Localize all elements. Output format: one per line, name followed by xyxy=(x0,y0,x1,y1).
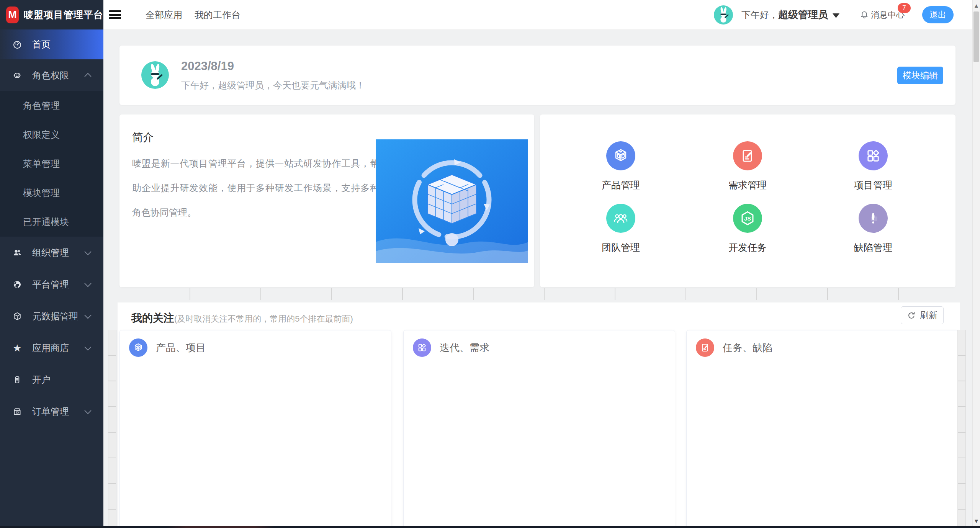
platform-icon xyxy=(12,280,22,289)
metadata-icon xyxy=(12,311,22,321)
refresh-icon xyxy=(907,311,916,320)
page-scrollbar[interactable]: ▲ ▼ xyxy=(972,0,980,528)
chevron-down-icon xyxy=(84,248,91,255)
sidebar-item-account-open[interactable]: 开户 xyxy=(0,364,103,396)
tab-my-workbench[interactable]: 我的工作台 xyxy=(195,0,241,29)
follow-card-circle xyxy=(129,338,147,357)
scroll-up-icon[interactable]: ▲ xyxy=(973,2,980,9)
modules-card: 产品管理 需求管理 项目管理 团队管理 开发任务 缺陷管理 xyxy=(540,114,955,287)
chevron-up-icon xyxy=(84,73,91,80)
sidebar-item-orders[interactable]: 订单管理 xyxy=(0,396,103,427)
message-count-badge: 7 xyxy=(898,3,911,13)
rabbit-avatar-icon xyxy=(141,61,169,89)
sidebar-item-home[interactable]: 首页 xyxy=(0,29,103,59)
follow-card-product-project: 产品、项目 xyxy=(119,330,391,528)
app-title: 唛盟项目管理平台 xyxy=(24,8,103,21)
welcome-text: 2023/8/19 下午好，超级管理员，今天也要元气满满哦！ xyxy=(181,59,365,92)
chevron-down-icon xyxy=(84,407,91,414)
logo-mark-icon: M xyxy=(6,7,19,23)
requirement-doc-icon xyxy=(700,342,710,353)
sidebar: M 唛盟项目管理平台 首页 角色权限 角色管理 权限定义 菜单管理 模块管理 已… xyxy=(0,0,103,528)
tab-all-apps[interactable]: 全部应用 xyxy=(146,0,182,29)
sidebar-subitem-menu-management[interactable]: 菜单管理 xyxy=(0,149,103,178)
follow-hint: (及时取消关注不常用的，常用的5个排在最前面) xyxy=(174,314,353,324)
follow-card-header[interactable]: 迭代、需求 xyxy=(404,330,675,365)
app-window: M 唛盟项目管理平台 首页 角色权限 角色管理 权限定义 菜单管理 模块管理 已… xyxy=(0,0,980,528)
follow-title-row: 我的关注(及时取消关注不常用的，常用的5个排在最前面) xyxy=(131,311,353,325)
scrollbar-thumb[interactable] xyxy=(973,11,979,62)
intro-card: 简介 唛盟是新一代项目管理平台，提供一站式研发协作工具，帮助企业提升研发效能，使… xyxy=(119,114,534,287)
project-blocks-icon xyxy=(417,342,427,353)
sidebar-item-app-store[interactable]: ★ 应用商店 xyxy=(0,332,103,364)
role-icon xyxy=(12,70,22,80)
module-team[interactable]: 团队管理 xyxy=(579,204,663,254)
welcome-message: 下午好，超级管理员，今天也要元气满满哦！ xyxy=(181,79,365,92)
follow-card-circle xyxy=(413,338,431,357)
my-follow-panel: 我的关注(及时取消关注不常用的，常用的5个排在最前面) 刷新 产品、项目 迭代、… xyxy=(118,302,960,526)
product-cube-icon xyxy=(133,342,144,353)
user-avatar[interactable] xyxy=(714,5,733,25)
sidebar-subitem-module-management[interactable]: 模块管理 xyxy=(0,178,103,208)
role-permission-submenu: 角色管理 权限定义 菜单管理 模块管理 已开通模块 xyxy=(0,91,103,237)
sidebar-item-platform[interactable]: 平台管理 xyxy=(0,268,103,300)
dashboard-icon xyxy=(12,39,22,49)
intro-title: 简介 xyxy=(132,130,154,145)
intro-illustration xyxy=(376,139,528,265)
sidebar-subitem-permission-definition[interactable]: 权限定义 xyxy=(0,120,103,149)
requirement-doc-icon xyxy=(739,147,756,164)
follow-card-task-defect: 任务、缺陷 xyxy=(686,330,959,528)
chevron-down-icon xyxy=(84,343,91,350)
product-cube-icon xyxy=(612,147,629,164)
team-people-icon xyxy=(612,210,629,227)
chevron-down-icon xyxy=(84,312,91,319)
window-bottom-edge xyxy=(0,526,980,528)
dropdown-caret-icon xyxy=(833,13,839,18)
sidebar-item-role-permission[interactable]: 角色权限 xyxy=(0,59,103,91)
defect-exclamation-icon xyxy=(865,210,882,227)
module-edit-button[interactable]: 模块编辑 xyxy=(897,67,943,84)
scroll-down-icon[interactable]: ▼ xyxy=(973,518,980,524)
welcome-date: 2023/8/19 xyxy=(181,59,365,73)
logout-button[interactable]: 退出 xyxy=(922,6,954,23)
module-circle xyxy=(606,204,635,233)
app-store-icon: ★ xyxy=(12,343,22,353)
sidebar-item-metadata[interactable]: 元数据管理 xyxy=(0,300,103,332)
app-logo: M 唛盟项目管理平台 xyxy=(0,0,103,29)
project-blocks-icon xyxy=(865,147,882,164)
rabbit-avatar-icon xyxy=(714,5,733,25)
top-bar: 全部应用 我的工作台 下午好，超级管理员 消息中心 7 退出 xyxy=(103,0,973,30)
module-defect[interactable]: 缺陷管理 xyxy=(831,204,915,254)
username: 超级管理员 xyxy=(778,9,828,20)
module-circle xyxy=(733,204,762,233)
sidebar-subitem-role-management[interactable]: 角色管理 xyxy=(0,91,103,120)
welcome-card: 2023/8/19 下午好，超级管理员，今天也要元气满满哦！ 模块编辑 xyxy=(119,46,955,105)
order-icon xyxy=(12,407,22,417)
user-greeting[interactable]: 下午好，超级管理员 xyxy=(741,8,839,21)
grid-ruler-right xyxy=(957,330,966,526)
follow-card-circle xyxy=(696,338,714,357)
module-circle xyxy=(733,141,762,170)
bell-icon xyxy=(859,10,869,20)
sidebar-nav: 首页 角色权限 角色管理 权限定义 菜单管理 模块管理 已开通模块 组织管理 xyxy=(0,29,103,427)
module-circle xyxy=(859,141,888,170)
message-center-button[interactable]: 消息中心 7 xyxy=(859,9,905,21)
module-product[interactable]: 产品管理 xyxy=(579,141,663,191)
module-project[interactable]: 项目管理 xyxy=(831,141,915,191)
grid-ruler-left xyxy=(108,330,116,526)
account-open-icon xyxy=(12,375,22,385)
module-requirement[interactable]: 需求管理 xyxy=(705,141,790,191)
module-circle xyxy=(606,141,635,170)
welcome-avatar xyxy=(141,61,169,89)
follow-title: 我的关注 xyxy=(131,312,174,324)
hamburger-menu-icon[interactable] xyxy=(109,10,121,19)
follow-card-header[interactable]: 任务、缺陷 xyxy=(687,330,959,365)
follow-card-header[interactable]: 产品、项目 xyxy=(120,330,391,365)
follow-card-iteration-requirement: 迭代、需求 xyxy=(403,330,675,528)
refresh-button[interactable]: 刷新 xyxy=(901,306,944,324)
grid-ruler-horizontal xyxy=(119,288,956,300)
header-right-cluster: 下午好，超级管理员 消息中心 7 退出 xyxy=(714,0,954,29)
sidebar-subitem-opened-modules[interactable]: 已开通模块 xyxy=(0,208,103,237)
sidebar-item-organization[interactable]: 组织管理 xyxy=(0,237,103,268)
intro-paragraph: 唛盟是新一代项目管理平台，提供一站式研发协作工具，帮助企业提升研发效能，使用于多… xyxy=(132,151,379,225)
module-dev-task[interactable]: 开发任务 xyxy=(705,204,790,254)
